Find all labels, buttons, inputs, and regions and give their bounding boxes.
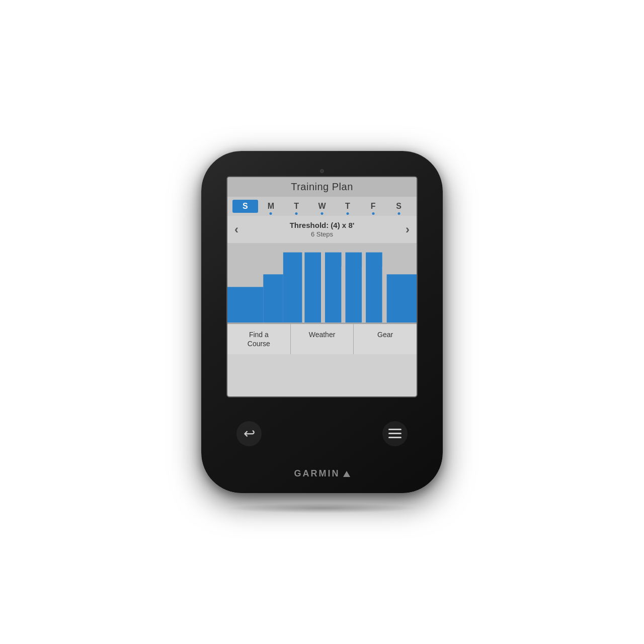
svg-rect-6 [342, 266, 346, 323]
menu-icon [388, 429, 401, 438]
svg-rect-5 [325, 253, 342, 323]
svg-rect-4 [321, 266, 325, 323]
workout-chart [227, 243, 417, 323]
day-friday[interactable]: F [360, 200, 386, 213]
title-text: Training Plan [291, 181, 353, 192]
svg-rect-9 [366, 253, 382, 323]
gear-button[interactable]: Gear [354, 324, 417, 354]
day-selector[interactable]: S M T W T F S [227, 197, 417, 216]
device-wrapper: Training Plan S M T W T F S ‹ Threshold:… [191, 141, 453, 503]
workout-steps: 6 Steps [290, 230, 355, 238]
menu-button[interactable] [382, 421, 408, 446]
garmin-logo-triangle [343, 471, 350, 477]
device-body: Training Plan S M T W T F S ‹ Threshold:… [201, 151, 443, 493]
svg-rect-1 [263, 274, 283, 323]
svg-rect-0 [227, 287, 263, 323]
day-wednesday[interactable]: W [309, 200, 335, 213]
camera-dot [320, 169, 324, 173]
day-sunday-active[interactable]: S [232, 200, 258, 213]
day-tuesday[interactable]: T [284, 200, 309, 213]
back-button[interactable]: ↩ [236, 421, 262, 446]
day-saturday[interactable]: S [386, 200, 412, 213]
physical-buttons: ↩ [226, 416, 418, 451]
screen-title: Training Plan [227, 177, 417, 197]
svg-rect-3 [304, 253, 321, 323]
garmin-brand: GARMIN [294, 468, 350, 479]
prev-arrow[interactable]: ‹ [234, 223, 238, 235]
workout-info: Threshold: (4) x 8' 6 Steps [290, 221, 355, 238]
find-course-button[interactable]: Find aCourse [227, 324, 291, 354]
next-arrow[interactable]: › [406, 223, 410, 235]
device-shadow [226, 503, 418, 513]
svg-rect-7 [346, 253, 362, 323]
svg-rect-2 [283, 253, 302, 323]
svg-rect-11 [387, 274, 417, 323]
bottom-buttons: Find aCourse Weather Gear [227, 324, 417, 354]
day-monday[interactable]: M [258, 200, 284, 213]
workout-row: ‹ Threshold: (4) x 8' 6 Steps › [227, 216, 417, 243]
svg-rect-10 [382, 266, 386, 323]
device-screen: Training Plan S M T W T F S ‹ Threshold:… [226, 176, 418, 397]
garmin-text: GARMIN [294, 468, 340, 479]
chart-area [227, 243, 417, 324]
svg-rect-8 [362, 266, 366, 323]
day-thursday[interactable]: T [335, 200, 360, 213]
weather-button[interactable]: Weather [291, 324, 354, 354]
workout-title: Threshold: (4) x 8' [290, 221, 355, 229]
back-icon: ↩ [244, 425, 255, 442]
